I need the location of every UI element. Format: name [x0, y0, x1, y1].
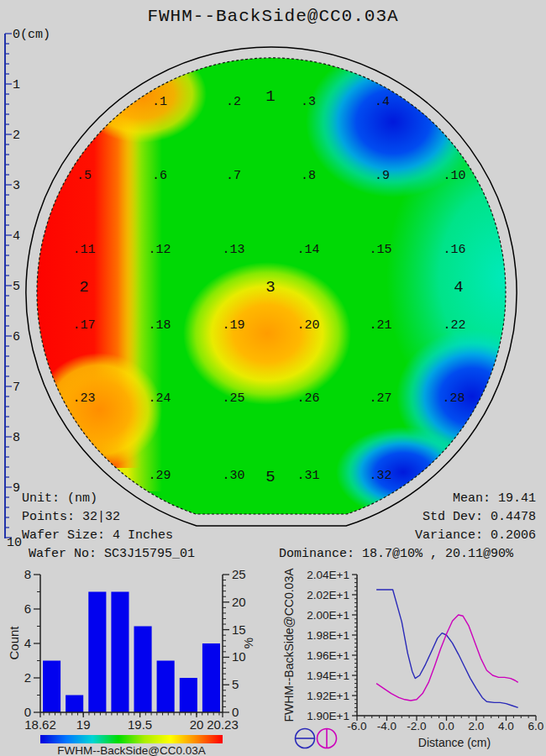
unit-text: Unit: (nm): [22, 491, 97, 506]
profile-y-axis-label: FWHM--BackSide@CC0.03A: [282, 502, 296, 756]
profile-x-tick-label: 2.0: [469, 720, 485, 732]
profile-y-tick-label: 1.92E+1: [307, 690, 349, 702]
count-tick-label: 2: [24, 670, 31, 685]
colorbar-gradient: [40, 735, 223, 743]
wafer-point-label: .16: [443, 243, 465, 257]
wafer-point-label: .21: [369, 318, 391, 333]
colorbar-label: FWHM--BackSide@CC0.03A: [25, 744, 238, 756]
profile-x-tick-label: 6.0: [528, 720, 544, 732]
zone-label: 2: [79, 278, 88, 297]
histogram-bar: [180, 678, 197, 712]
wafer-point-label: .30: [222, 469, 244, 483]
wafer-point-label: .15: [369, 243, 391, 257]
vertical-profile-line: [376, 615, 518, 701]
wafer-point-label: .20: [297, 318, 319, 333]
histogram-bar: [43, 661, 60, 713]
wafer-point-label: .19: [222, 318, 244, 333]
histogram-chart: 02468051015202518.621919.52020.23: [0, 567, 269, 735]
histogram-bar: [157, 661, 175, 713]
profile-y-tick-label: 1.94E+1: [307, 669, 349, 682]
wafer-point-label: .5: [76, 169, 92, 183]
profile-x-axis-label: Distance (cm): [391, 736, 517, 749]
wafer-point-label: .1: [152, 95, 167, 109]
histogram-x-tick-label: 18.62: [24, 717, 56, 732]
wafer-point-label: .25: [222, 391, 244, 406]
wafer-map-window: FWHM--BackSide@CC0.03A: [0, 0, 546, 756]
zone-label: 3: [265, 278, 275, 297]
wafer-point-label: .27: [369, 391, 391, 406]
histogram-count-axis-label: Count: [7, 593, 21, 694]
wafer-point-label: .10: [443, 169, 465, 183]
histogram-x-tick-label: 19: [76, 717, 91, 732]
wafer-size-text: Wafer Size: 4 Inches: [22, 528, 173, 543]
wafer-point-label: .22: [443, 318, 465, 333]
zone-label: 1: [265, 87, 275, 106]
histogram-bar: [111, 592, 129, 713]
profile-y-tick-label: 2.02E+1: [307, 589, 349, 601]
wafer-color-field: [24, 42, 546, 521]
histogram-x-tick-label: 19.5: [128, 717, 152, 732]
wafer-point-label: .8: [301, 169, 316, 183]
variance-text: Variance: 0.2006: [415, 528, 536, 543]
profile-chart: 1.90E+11.92E+11.94E+11.96E+11.98E+12.00E…: [269, 567, 546, 735]
histogram-percent-axis-label: %: [241, 618, 255, 669]
blue-coldspot-bottom: [336, 427, 470, 517]
histogram-bar: [134, 627, 152, 713]
profile-y-tick-label: 1.96E+1: [307, 649, 349, 662]
horizontal-profile-icon: [296, 729, 315, 748]
profile-axes: [357, 575, 536, 716]
wafer-point-label: .31: [297, 469, 319, 483]
percent-tick-label: 5: [232, 677, 239, 691]
ruler-label: 5: [13, 280, 20, 294]
ruler-label: 10: [7, 536, 22, 550]
profile-legend: [292, 724, 343, 753]
std-dev-text: Std Dev: 0.4478: [423, 510, 536, 524]
wafer-point-label: .23: [72, 391, 95, 406]
wafer-point-label: .9: [375, 169, 390, 183]
percent-tick-label: 20: [232, 595, 246, 609]
ruler-label: 9: [13, 481, 20, 496]
points-text: Points: 32|32: [22, 510, 120, 524]
histogram-x-tick-label: 20: [190, 717, 204, 732]
wafer-point-label: .28: [442, 391, 465, 406]
wafer-point-label: .2: [226, 95, 241, 109]
zone-label: 4: [454, 278, 463, 297]
ruler-label: 7: [13, 381, 20, 395]
orange-blob-bottom-left: [36, 353, 162, 467]
wafer-point-label: .29: [148, 469, 171, 483]
profile-y-tick-label: 1.90E+1: [307, 710, 349, 722]
count-tick-label: 4: [24, 636, 31, 650]
mean-text: Mean: 19.41: [453, 491, 536, 506]
zone-label: 5: [265, 468, 275, 486]
profile-x-tick-label: 0.0: [438, 720, 454, 732]
profile-y-tick-label: 2.00E+1: [307, 609, 349, 622]
dominance-text: Dominance: 18.7@10% , 20.11@90%: [279, 547, 513, 561]
wafer-point-label: .14: [297, 243, 319, 257]
profile-x-tick-label: -6.0: [347, 720, 366, 732]
wafer-point-label: .12: [148, 243, 171, 257]
histogram-bar: [202, 643, 220, 712]
histogram-bar: [88, 592, 106, 713]
wafer-no-text: Wafer No: SC3J15795_01: [29, 547, 195, 561]
wafer-point-label: .7: [226, 169, 241, 183]
orange-blob-top-left: [76, 45, 207, 143]
wafer-point-label: .3: [301, 95, 316, 109]
profile-y-tick-label: 2.04E+1: [307, 569, 349, 581]
wafer-point-label: .18: [148, 318, 171, 333]
wafer-point-label: .24: [148, 391, 171, 406]
wafer-point-label: .32: [369, 469, 391, 483]
profile-y-tick-label: 1.98E+1: [307, 629, 349, 642]
ruler-label: 0(cm): [13, 28, 50, 42]
wafer-point-label: .17: [72, 318, 95, 333]
wafer-point-label: .4: [375, 95, 390, 109]
histogram-bar: [66, 696, 83, 713]
profile-x-tick-label: -2.0: [407, 720, 426, 732]
ruler-label: 6: [13, 330, 20, 344]
wafer-point-label: .11: [72, 243, 95, 257]
count-tick-label: 8: [24, 567, 31, 581]
horizontal-profile-line: [376, 590, 518, 707]
percent-tick-label: 25: [232, 567, 246, 581]
wafer-point-label: .13: [222, 243, 244, 257]
wafer-map: 0(cm)12345678910 .1.2.3.4.5.6.7.8.9.10.1…: [0, 0, 546, 571]
vertical-profile-icon: [318, 729, 337, 748]
